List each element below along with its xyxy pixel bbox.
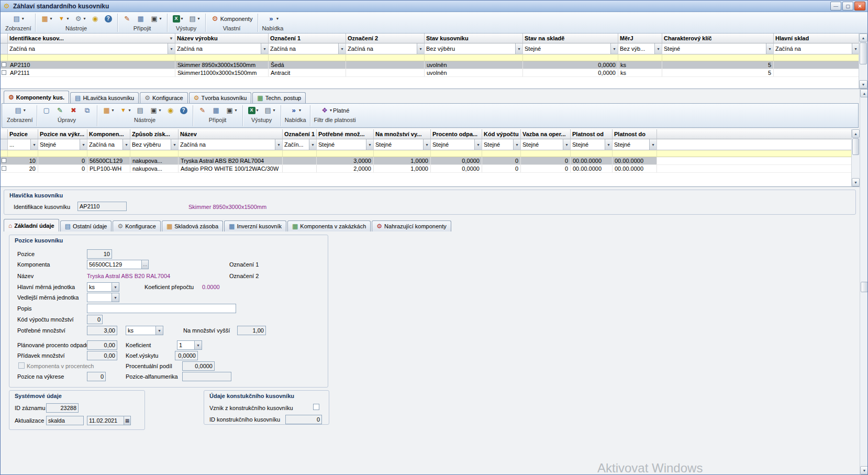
tab-detail-nahrazuj-c-komponenty[interactable]: ⚙Nahrazující komponenty xyxy=(372,220,451,231)
scroll-up-icon[interactable]: ▲ xyxy=(859,34,867,42)
search-cell[interactable] xyxy=(431,150,482,157)
dropdown-arrow-icon[interactable]: ▾ xyxy=(513,139,520,150)
grid-cell[interactable]: uvolněn xyxy=(425,69,523,76)
tab-detail-konfigurace[interactable]: ⚙Konfigurace xyxy=(113,220,160,231)
proc-podil-field[interactable]: 0,0000 xyxy=(182,361,215,371)
column-header[interactable]: Název výrobku xyxy=(175,34,269,43)
grid-cell[interactable]: 0 xyxy=(521,165,571,172)
scroll-thumb[interactable] xyxy=(860,42,867,64)
komponenta-v-procentech-checkbox[interactable] xyxy=(18,362,25,369)
grid-cell[interactable]: 2,0000 xyxy=(317,165,374,172)
grid-cell[interactable]: 10 xyxy=(8,157,38,164)
print-button[interactable]: ▤▾ xyxy=(262,106,277,115)
coins-button[interactable]: ◉ xyxy=(90,14,101,23)
grid-cell[interactable]: 5 xyxy=(662,69,774,76)
search-cell[interactable] xyxy=(179,150,283,157)
grid-cell[interactable]: nakupova... xyxy=(130,157,179,164)
pozice-alfa-field[interactable] xyxy=(182,372,231,381)
scroll-up-icon[interactable]: ▲ xyxy=(860,89,867,97)
search-cell[interactable] xyxy=(283,150,317,157)
grid-cell[interactable] xyxy=(774,69,859,76)
filter-combo[interactable]: Začíná na▾ xyxy=(179,139,283,150)
dropdown-arrow-icon[interactable]: ▾ xyxy=(649,139,656,150)
grid-cell[interactable]: 00.00.0000 xyxy=(571,165,613,172)
grid1-scrollbar[interactable]: ▲ ▼ xyxy=(859,34,867,89)
grid-cell[interactable]: 0 xyxy=(482,165,521,172)
tab-detail-z-kladn-daje[interactable]: ⌂Základní údaje xyxy=(4,219,59,231)
grid-cell[interactable] xyxy=(774,61,859,69)
dropdown-arrow-icon[interactable]: ▾ xyxy=(309,139,316,150)
grid-cell[interactable]: ks xyxy=(618,61,662,69)
dropdown-arrow-icon[interactable]: ▾ xyxy=(366,139,373,150)
help-button[interactable]: ? xyxy=(103,15,114,23)
filter-combo[interactable]: Bez výb...▾ xyxy=(618,43,662,54)
grid-cell[interactable]: 0,0000 xyxy=(431,165,482,172)
komponenta-field[interactable]: 56500CL129 … xyxy=(87,260,149,269)
search-cell[interactable] xyxy=(87,150,130,157)
filter-button[interactable]: ▼▾ xyxy=(118,106,132,115)
dropdown-arrow-icon[interactable]: ▾ xyxy=(112,293,119,302)
attach-grid-button[interactable]: ▦ xyxy=(135,14,147,23)
potrebne-field[interactable]: 3,00 xyxy=(87,326,117,335)
filter-combo[interactable]: Stejné▾ xyxy=(571,139,613,150)
search-cell[interactable] xyxy=(269,54,346,61)
search-cell[interactable] xyxy=(613,150,657,157)
filter-combo[interactable]: Začíná na▾ xyxy=(8,43,175,54)
plan-odpad-field[interactable]: 0,00 xyxy=(87,340,117,350)
search-cell[interactable] xyxy=(523,54,618,61)
grid-cell[interactable]: 3,0000 xyxy=(317,157,374,164)
column-header[interactable]: Procento odpa... xyxy=(431,129,482,139)
pozice-vykrese-field[interactable]: 0 xyxy=(87,372,106,381)
search-cell[interactable] xyxy=(662,54,774,61)
dropdown-arrow-icon[interactable]: ▾ xyxy=(515,43,522,54)
filter-combo[interactable]: Začín...▾ xyxy=(283,139,317,150)
column-header[interactable]: MěrJ xyxy=(618,34,662,43)
pozice-field[interactable]: 10 xyxy=(87,249,112,259)
dropdown-arrow-icon[interactable]: ▾ xyxy=(194,341,202,349)
print-button[interactable]: ▤▾ xyxy=(187,14,202,23)
scroll-up-icon[interactable]: ▲ xyxy=(852,129,860,138)
grid-cell[interactable]: 20 xyxy=(8,165,38,172)
grid-cell[interactable]: Tryska Astral ABS B20 RAL7004 xyxy=(179,157,283,164)
dropdown-arrow-icon[interactable]: ▾ xyxy=(261,43,268,54)
column-header[interactable]: Označení 2 xyxy=(346,34,425,43)
column-header[interactable]: Způsob získ... xyxy=(130,129,179,139)
dropdown-arrow-icon[interactable]: ▾ xyxy=(423,139,430,150)
main-scrollbar[interactable]: ▲ ▼ xyxy=(860,89,867,474)
view-menu-button[interactable]: ▤▾ xyxy=(13,106,27,115)
grid-cell[interactable]: uvolněn xyxy=(425,61,523,69)
select-all-cell[interactable] xyxy=(1,129,8,139)
column-header[interactable]: Platnost od xyxy=(571,129,613,139)
grid-cell[interactable]: PLP100-WH xyxy=(87,165,130,172)
column-header[interactable]: Stav kusovníku xyxy=(425,34,523,43)
dropdown-arrow-icon[interactable]: ▾ xyxy=(766,43,773,54)
attach-note-button[interactable]: ✎ xyxy=(197,106,208,115)
grid-cell[interactable]: 1,0000 xyxy=(374,157,431,164)
column-header[interactable]: Název xyxy=(179,129,283,139)
filter-combo[interactable]: Bez výběru▾ xyxy=(130,139,179,150)
scroll-thumb[interactable] xyxy=(861,282,867,292)
grid-cell[interactable]: 0 xyxy=(482,157,521,164)
filter-combo[interactable]: Stejné▾ xyxy=(431,139,482,150)
grid-cell[interactable] xyxy=(283,165,317,172)
aktualizace-date-field[interactable]: 11.02.2021 ▦ xyxy=(87,416,131,425)
dropdown-arrow-icon[interactable]: ▾ xyxy=(474,139,482,150)
search-cell[interactable] xyxy=(374,150,431,157)
dropdown-arrow-icon[interactable]: ▾ xyxy=(168,43,175,54)
filter-combo[interactable]: Stejné▾ xyxy=(523,43,618,54)
aktualizace-user-field[interactable]: skalda xyxy=(46,416,84,425)
attach-image-button[interactable]: ▣▾ xyxy=(224,106,239,115)
filter-combo[interactable]: Stejné▾ xyxy=(374,139,431,150)
search-cell[interactable] xyxy=(38,150,87,157)
row-select-cell[interactable] xyxy=(1,61,8,69)
tab-detail-skladov-z-soba[interactable]: ▦Skladová zásoba xyxy=(162,220,223,231)
filter-combo[interactable]: Začíná na▾ xyxy=(87,139,130,150)
filter-combo[interactable]: Začíná na▾ xyxy=(175,43,269,54)
column-header[interactable]: Hlavní sklad xyxy=(774,34,859,43)
tab-tvorba-kusovn-ku[interactable]: ⚙Tvorba kusovníku xyxy=(189,92,252,103)
close-button[interactable]: ✕ xyxy=(854,2,865,10)
table-row[interactable]: AP2110Skimmer 8950x3000x1500mmŠedáuvolně… xyxy=(1,61,859,69)
search-cell[interactable] xyxy=(521,150,571,157)
hlavni-mj-combo[interactable]: ks ▾ xyxy=(87,282,119,292)
dropdown-arrow-icon[interactable]: ▾ xyxy=(155,326,163,335)
